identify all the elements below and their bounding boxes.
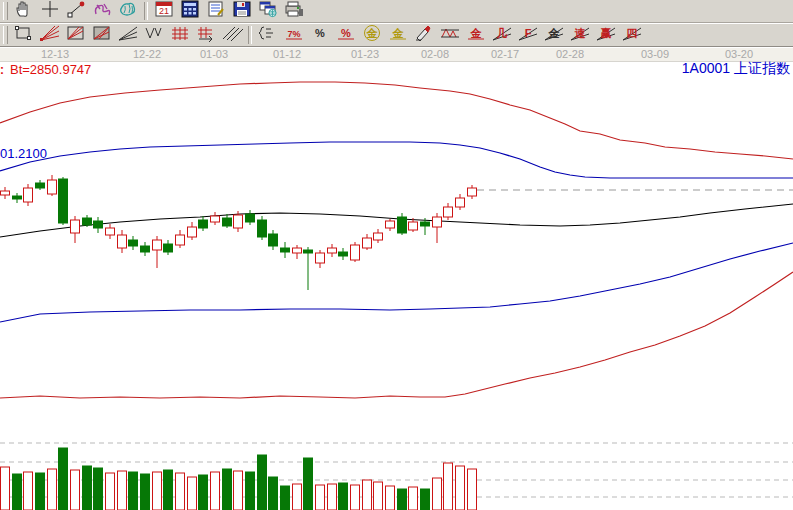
candle-body bbox=[468, 188, 477, 196]
volume-bar bbox=[374, 482, 383, 510]
instrument-name: 上证指数 bbox=[734, 60, 790, 76]
volume-bar bbox=[24, 472, 33, 510]
volume-bar bbox=[199, 475, 208, 510]
instrument-label[interactable]: 1A0001 上证指数 bbox=[682, 60, 790, 78]
volume-bar bbox=[363, 480, 372, 510]
trading-app-window: 21 7%%%金金金几F金速赢四 212-1312-2201-0301-1201… bbox=[0, 0, 793, 510]
volume-bar bbox=[398, 489, 407, 510]
volume-bar bbox=[269, 477, 278, 510]
volume-bar bbox=[83, 466, 92, 510]
candle-body bbox=[351, 245, 360, 260]
volume-bar bbox=[129, 472, 138, 510]
candle-body bbox=[83, 218, 92, 225]
volume-bar bbox=[258, 455, 267, 510]
candle-body bbox=[433, 217, 442, 227]
volume-bar bbox=[304, 458, 313, 510]
volume-bar bbox=[188, 477, 197, 510]
lower-blue-band-line bbox=[0, 243, 793, 322]
candle-body bbox=[374, 233, 383, 240]
candle-body bbox=[269, 234, 278, 246]
candle-body bbox=[164, 244, 173, 252]
volume-bar bbox=[433, 478, 442, 510]
volume-bar bbox=[106, 473, 115, 510]
volume-bar bbox=[444, 463, 453, 510]
volume-bar bbox=[351, 485, 360, 510]
candle-body bbox=[339, 252, 348, 256]
candle-body bbox=[13, 196, 22, 199]
candle-body bbox=[293, 248, 302, 253]
middle-black-band-line bbox=[0, 204, 793, 237]
candle-body bbox=[386, 221, 395, 228]
chart-canvas[interactable] bbox=[0, 0, 793, 510]
volume-bar bbox=[456, 466, 465, 510]
candle-body bbox=[199, 220, 208, 228]
candle-body bbox=[304, 250, 313, 253]
candle-body bbox=[409, 222, 418, 230]
candle-body bbox=[71, 220, 80, 233]
candle-body bbox=[36, 183, 45, 188]
volume-bar bbox=[141, 474, 150, 510]
candle-body bbox=[234, 215, 243, 228]
left-price-label: 01.2100 bbox=[0, 146, 47, 161]
volume-bar bbox=[328, 484, 337, 510]
volume-bar bbox=[36, 473, 45, 510]
candle-body bbox=[223, 218, 232, 226]
candle-body bbox=[176, 235, 185, 245]
volume-bar bbox=[13, 474, 22, 510]
candle-body bbox=[129, 240, 138, 246]
volume-bar bbox=[48, 469, 57, 510]
volume-bar bbox=[421, 489, 430, 510]
candle-body bbox=[444, 207, 453, 217]
volume-bar bbox=[1, 467, 10, 510]
candle-body bbox=[398, 217, 407, 233]
volume-bar bbox=[339, 483, 348, 510]
indicator-value-label: Bt=2850.9747 bbox=[10, 62, 91, 77]
instrument-code: 1A0001 bbox=[682, 60, 730, 76]
candle-body bbox=[421, 222, 430, 226]
volume-bar bbox=[468, 469, 477, 510]
upper-red-band-line bbox=[0, 82, 793, 159]
candle-body bbox=[48, 180, 57, 194]
edge-partial-mark: : bbox=[0, 63, 4, 77]
volume-bar bbox=[293, 484, 302, 510]
candle-body bbox=[59, 179, 68, 223]
candle-body bbox=[316, 253, 325, 263]
candle-body bbox=[106, 228, 115, 235]
lower-red-band-line bbox=[0, 272, 793, 398]
volume-bar bbox=[94, 468, 103, 510]
candle-body bbox=[153, 240, 162, 250]
volume-bar bbox=[281, 486, 290, 510]
candle-body bbox=[456, 198, 465, 207]
volume-bar bbox=[246, 472, 255, 510]
volume-bar bbox=[71, 470, 80, 510]
volume-bar bbox=[59, 448, 68, 510]
volume-bar bbox=[386, 486, 395, 510]
candle-body bbox=[281, 248, 290, 252]
volume-bar bbox=[409, 487, 418, 510]
candle-body bbox=[246, 214, 255, 222]
candle-body bbox=[1, 191, 10, 195]
volume-bar bbox=[118, 471, 127, 510]
candle-body bbox=[363, 238, 372, 248]
candle-body bbox=[118, 235, 127, 248]
volume-bar bbox=[234, 471, 243, 510]
volume-bar bbox=[153, 472, 162, 510]
candle-body bbox=[328, 248, 337, 253]
candle-body bbox=[141, 246, 150, 252]
volume-bar bbox=[316, 485, 325, 510]
volume-bar bbox=[211, 472, 220, 510]
candle-body bbox=[258, 220, 267, 237]
candle-body bbox=[188, 227, 197, 237]
volume-bar bbox=[223, 469, 232, 510]
candle-body bbox=[24, 188, 33, 202]
volume-bar bbox=[164, 470, 173, 510]
volume-bar bbox=[176, 473, 185, 510]
candle-body bbox=[211, 216, 220, 222]
candle-body bbox=[94, 221, 103, 228]
